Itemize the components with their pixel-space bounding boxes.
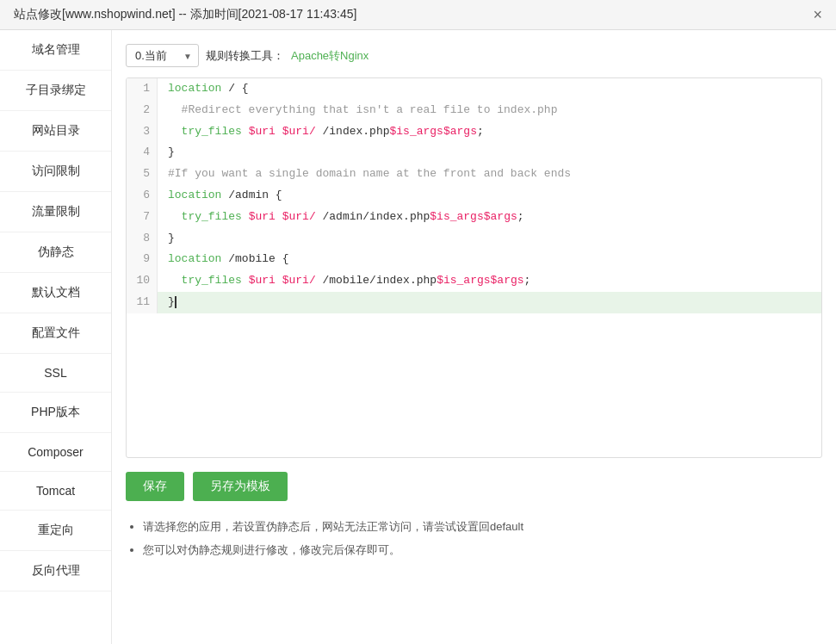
code-token: }: [168, 146, 175, 158]
line-content: }: [158, 228, 821, 250]
sidebar-item-ssl[interactable]: SSL: [0, 354, 111, 393]
code-token: /admin/index.php: [316, 210, 430, 223]
sidebar-item-reverse-proxy[interactable]: 反向代理: [0, 551, 111, 591]
line-number: 10: [127, 270, 158, 292]
sidebar-item-redirect[interactable]: 重定向: [0, 511, 111, 551]
code-token: $is_args: [437, 274, 490, 287]
window-title: 站点修改[www.nshopwind.net] -- 添加时间[2021-08-…: [14, 7, 356, 22]
line-content: #Redirect everything that isn't a real f…: [158, 100, 821, 121]
code-token: [242, 274, 249, 287]
buttons-row: 保存 另存为模板: [126, 472, 822, 501]
sidebar-item-default-doc[interactable]: 默认文档: [0, 273, 111, 313]
code-editor[interactable]: 1location / {2 #Redirect everything that…: [126, 77, 822, 458]
code-token: try_files: [168, 274, 242, 287]
line-content: try_files $uri $uri/ /mobile/index.php$i…: [158, 270, 821, 292]
code-token: $args: [443, 125, 477, 138]
code-token: }: [168, 232, 175, 245]
code-token: / {: [221, 82, 248, 95]
line-content: try_files $uri $uri/ /admin/index.php$is…: [158, 207, 821, 228]
line-number: 4: [127, 142, 158, 164]
code-line: 8}: [127, 228, 821, 250]
code-token: location: [168, 252, 221, 265]
line-content: #If you want a single domain name at the…: [158, 164, 821, 185]
content-area: 0.当前 1.备份1 2.备份2 ▼ 规则转换工具： Apache转Nginx …: [112, 30, 836, 644]
line-content: }: [158, 292, 821, 313]
code-token: /mobile/index.php: [316, 274, 437, 287]
code-token: $is_args: [390, 125, 443, 138]
code-token: $uri: [249, 274, 276, 287]
title-bar: 站点修改[www.nshopwind.net] -- 添加时间[2021-08-…: [0, 0, 836, 30]
code-token: [242, 125, 249, 138]
close-button[interactable]: ×: [813, 7, 822, 22]
line-content: try_files $uri $uri/ /index.php$is_args$…: [158, 121, 821, 143]
code-line: 7 try_files $uri $uri/ /admin/index.php$…: [127, 207, 821, 228]
code-token: #Redirect everything that isn't a real f…: [168, 103, 557, 116]
line-content: location / {: [158, 78, 821, 100]
code-token: $uri: [249, 125, 276, 138]
line-number: 7: [127, 207, 158, 228]
line-number: 8: [127, 228, 158, 250]
code-line: 9location /mobile {: [127, 249, 821, 270]
code-token: /admin {: [221, 189, 282, 201]
code-token: /mobile {: [221, 252, 288, 265]
code-token: ;: [524, 274, 531, 287]
code-token: }: [168, 295, 175, 308]
code-token: $uri/: [282, 210, 316, 223]
sidebar-item-traffic-limit[interactable]: 流量限制: [0, 192, 111, 232]
sidebar-item-pseudo-static[interactable]: 伪静态: [0, 232, 111, 273]
code-token: location: [168, 82, 221, 95]
line-content: location /admin {: [158, 185, 821, 207]
line-number: 1: [127, 78, 158, 100]
line-number: 2: [127, 100, 158, 121]
code-token: [276, 125, 282, 138]
note-item-1: 请选择您的应用，若设置伪静态后，网站无法正常访问，请尝试设置回default: [143, 518, 822, 536]
code-token: [276, 274, 282, 287]
notes: 请选择您的应用，若设置伪静态后，网站无法正常访问，请尝试设置回default 您…: [126, 518, 822, 560]
code-token: location: [168, 189, 221, 201]
note-item-2: 您可以对伪静态规则进行修改，修改完后保存即可。: [143, 542, 822, 560]
code-token: try_files: [168, 210, 242, 223]
rule-converter-link[interactable]: Apache转Nginx: [291, 48, 368, 64]
code-line: 11}: [127, 292, 821, 313]
rule-converter-label: 规则转换工具：: [206, 48, 284, 64]
version-select[interactable]: 0.当前 1.备份1 2.备份2: [126, 44, 199, 67]
code-line: 2 #Redirect everything that isn't a real…: [127, 100, 821, 121]
code-token: ;: [477, 125, 484, 138]
sidebar-item-php-version[interactable]: PHP版本: [0, 393, 111, 433]
code-token: ;: [517, 210, 524, 223]
code-token: /index.php: [316, 125, 390, 138]
save-button[interactable]: 保存: [126, 472, 184, 501]
code-line: 5#If you want a single domain name at th…: [127, 164, 821, 185]
code-line: 10 try_files $uri $uri/ /mobile/index.ph…: [127, 270, 821, 292]
sidebar: 域名管理 子目录绑定 网站目录 访问限制 流量限制 伪静态 默认文档 配置文件 …: [0, 30, 112, 644]
sidebar-item-domain[interactable]: 域名管理: [0, 30, 111, 71]
code-token: $args: [484, 210, 517, 223]
save-template-button[interactable]: 另存为模板: [193, 472, 288, 501]
main-layout: 域名管理 子目录绑定 网站目录 访问限制 流量限制 伪静态 默认文档 配置文件 …: [0, 30, 836, 644]
sidebar-item-website-dir[interactable]: 网站目录: [0, 111, 111, 152]
line-number: 5: [127, 164, 158, 185]
sidebar-item-config-file[interactable]: 配置文件: [0, 313, 111, 354]
sidebar-item-tomcat[interactable]: Tomcat: [0, 472, 111, 511]
code-token: try_files: [168, 125, 242, 138]
text-cursor: [175, 296, 176, 308]
code-line: 3 try_files $uri $uri/ /index.php$is_arg…: [127, 121, 821, 143]
version-select-wrapper: 0.当前 1.备份1 2.备份2 ▼: [126, 44, 199, 67]
notes-list: 请选择您的应用，若设置伪静态后，网站无法正常访问，请尝试设置回default 您…: [126, 518, 822, 560]
sidebar-item-composer[interactable]: Composer: [0, 433, 111, 472]
sidebar-item-subdir[interactable]: 子目录绑定: [0, 71, 111, 111]
line-number: 11: [127, 292, 158, 313]
code-token: $args: [491, 274, 524, 287]
code-token: $uri/: [282, 274, 316, 287]
sidebar-item-access-limit[interactable]: 访问限制: [0, 152, 111, 192]
line-number: 6: [127, 185, 158, 207]
line-content: }: [158, 142, 821, 164]
code-token: $uri: [249, 210, 276, 223]
code-line: 6location /admin {: [127, 185, 821, 207]
line-number: 9: [127, 249, 158, 270]
code-token: #If you want a single domain name at the…: [168, 167, 571, 180]
code-token: [276, 210, 282, 223]
line-content: location /mobile {: [158, 249, 821, 270]
code-line: 4}: [127, 142, 821, 164]
code-token: [242, 210, 249, 223]
